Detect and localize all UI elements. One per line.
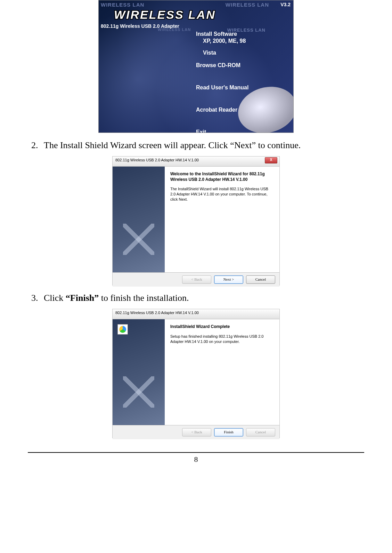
step3-bold: “Finish” (66, 293, 99, 303)
step-3-paragraph: 3. Click “Finish” to finish the installa… (31, 292, 361, 304)
chevron-graphic (123, 224, 154, 255)
chevron-graphic (123, 376, 154, 408)
version-label: V3.2 (280, 2, 291, 7)
close-icon[interactable]: X (265, 157, 277, 163)
installshield-complete-screenshot: 802.11g Wireless USB 2.0 Adapter HW.14 V… (112, 309, 280, 438)
wizard-heading: InstallShield Wizard Complete (170, 324, 274, 330)
wizard-titlebar: 802.11g Wireless USB 2.0 Adapter HW.14 V… (113, 157, 279, 167)
cancel-button[interactable]: Cancel (246, 275, 275, 284)
installer-icon (117, 324, 128, 335)
wizard-title-text: 802.11g Wireless USB 2.0 Adapter HW.14 V… (115, 158, 199, 162)
wizard-sidebar (113, 167, 165, 272)
wizard-titlebar: 802.11g Wireless USB 2.0 Adapter HW.14 V… (113, 309, 279, 319)
back-button: < Back (182, 275, 211, 284)
step-2-paragraph: 2. The Install Shield Wizard screen will… (31, 139, 361, 151)
autorun-splash-screenshot: WIRELESS LAN WIRELESS LAN WIRELESS LAN W… (98, 0, 294, 133)
back-button: < Back (182, 428, 211, 436)
splash-title: WIRELESS LAN (114, 8, 216, 22)
page-rule (28, 452, 364, 453)
step-text: Click “Finish” to finish the installatio… (44, 292, 361, 304)
next-button[interactable]: Next > (214, 275, 243, 284)
step-text: The Install Shield Wizard screen will ap… (44, 139, 361, 151)
wizard-body-text: The InstallShield Wizard will install 80… (170, 186, 274, 202)
installshield-welcome-screenshot: 802.11g Wireless USB 2.0 Adapter HW.14 V… (112, 156, 280, 286)
wizard-title-text: 802.11g Wireless USB 2.0 Adapter HW.14 V… (115, 311, 199, 315)
cancel-button: Cancel (246, 428, 275, 436)
wizard-heading: Welcome to the InstallShield Wizard for … (170, 171, 274, 182)
wizard-footer: < Back Next > Cancel (113, 272, 279, 287)
satellite-dish-illustration (227, 77, 294, 133)
step3-pre: Click (44, 293, 66, 303)
splash-subtitle: 802.11g Wireless USB 2.0 Adapter (101, 23, 179, 29)
step-number: 2. (31, 139, 42, 151)
ghost-text: WIRELESS LAN (101, 2, 144, 8)
wizard-content: InstallShield Wizard Complete Setup has … (165, 319, 279, 425)
wizard-footer: < Back Finish Cancel (113, 425, 279, 439)
step-number: 3. (31, 292, 42, 304)
page-number: 8 (0, 455, 392, 464)
wizard-sidebar (113, 319, 165, 425)
finish-button[interactable]: Finish (214, 428, 243, 436)
menu-install-vista: Vista (203, 50, 286, 56)
wizard-content: Welcome to the InstallShield Wizard for … (165, 167, 279, 272)
ghost-text: WIRELESS LAN (226, 2, 269, 8)
wizard-body-text: Setup has finished installing 802.11g Wi… (170, 334, 274, 344)
step3-post: to finish the installation. (99, 293, 189, 303)
menu-install-os-line: XP, 2000, ME, 98 (203, 38, 286, 44)
menu-install-software[interactable]: Install Software (196, 31, 286, 37)
menu-browse-cdrom[interactable]: Browse CD-ROM (196, 62, 286, 69)
